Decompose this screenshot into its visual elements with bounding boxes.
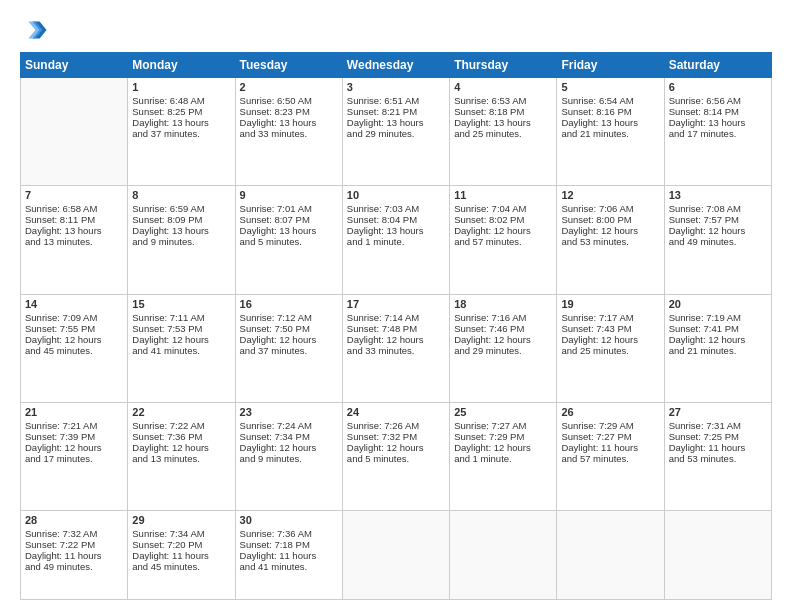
weekday-wednesday: Wednesday bbox=[342, 53, 449, 78]
day-info: Sunrise: 7:21 AM bbox=[25, 420, 123, 431]
day-info: and 37 minutes. bbox=[240, 345, 338, 356]
day-info: Sunrise: 6:58 AM bbox=[25, 203, 123, 214]
day-info: Daylight: 12 hours bbox=[132, 442, 230, 453]
day-number: 1 bbox=[132, 81, 230, 93]
calendar-cell: 16Sunrise: 7:12 AMSunset: 7:50 PMDayligh… bbox=[235, 294, 342, 402]
day-info: Daylight: 11 hours bbox=[240, 550, 338, 561]
calendar-cell bbox=[450, 511, 557, 600]
day-number: 20 bbox=[669, 298, 767, 310]
day-number: 22 bbox=[132, 406, 230, 418]
day-info: Sunset: 8:18 PM bbox=[454, 106, 552, 117]
day-info: Daylight: 13 hours bbox=[132, 225, 230, 236]
day-number: 12 bbox=[561, 189, 659, 201]
calendar-cell: 20Sunrise: 7:19 AMSunset: 7:41 PMDayligh… bbox=[664, 294, 771, 402]
day-info: Daylight: 13 hours bbox=[669, 117, 767, 128]
day-info: and 41 minutes. bbox=[132, 345, 230, 356]
calendar-cell: 17Sunrise: 7:14 AMSunset: 7:48 PMDayligh… bbox=[342, 294, 449, 402]
day-info: Daylight: 13 hours bbox=[25, 225, 123, 236]
day-info: Sunrise: 6:53 AM bbox=[454, 95, 552, 106]
day-info: Sunset: 7:43 PM bbox=[561, 323, 659, 334]
day-info: Sunrise: 7:08 AM bbox=[669, 203, 767, 214]
day-info: Daylight: 12 hours bbox=[454, 225, 552, 236]
day-info: Sunrise: 7:24 AM bbox=[240, 420, 338, 431]
day-info: Daylight: 11 hours bbox=[561, 442, 659, 453]
day-info: Sunrise: 6:51 AM bbox=[347, 95, 445, 106]
day-info: and 9 minutes. bbox=[132, 236, 230, 247]
day-number: 27 bbox=[669, 406, 767, 418]
day-info: Sunset: 8:02 PM bbox=[454, 214, 552, 225]
day-number: 16 bbox=[240, 298, 338, 310]
day-number: 19 bbox=[561, 298, 659, 310]
calendar-cell: 11Sunrise: 7:04 AMSunset: 8:02 PMDayligh… bbox=[450, 186, 557, 294]
day-info: Sunrise: 7:12 AM bbox=[240, 312, 338, 323]
day-number: 11 bbox=[454, 189, 552, 201]
day-info: Sunrise: 7:27 AM bbox=[454, 420, 552, 431]
day-info: and 53 minutes. bbox=[561, 236, 659, 247]
day-info: and 13 minutes. bbox=[25, 236, 123, 247]
calendar-cell bbox=[664, 511, 771, 600]
weekday-thursday: Thursday bbox=[450, 53, 557, 78]
day-info: and 25 minutes. bbox=[454, 128, 552, 139]
day-info: Sunrise: 7:36 AM bbox=[240, 528, 338, 539]
day-info: Daylight: 12 hours bbox=[454, 442, 552, 453]
day-info: Sunrise: 7:16 AM bbox=[454, 312, 552, 323]
calendar-cell: 10Sunrise: 7:03 AMSunset: 8:04 PMDayligh… bbox=[342, 186, 449, 294]
day-info: Sunset: 7:50 PM bbox=[240, 323, 338, 334]
day-info: and 5 minutes. bbox=[347, 453, 445, 464]
calendar-cell: 13Sunrise: 7:08 AMSunset: 7:57 PMDayligh… bbox=[664, 186, 771, 294]
day-info: Sunset: 7:18 PM bbox=[240, 539, 338, 550]
day-info: Sunset: 7:36 PM bbox=[132, 431, 230, 442]
day-info: Sunrise: 7:14 AM bbox=[347, 312, 445, 323]
calendar-cell bbox=[342, 511, 449, 600]
day-number: 10 bbox=[347, 189, 445, 201]
day-info: Sunrise: 7:19 AM bbox=[669, 312, 767, 323]
calendar-cell: 24Sunrise: 7:26 AMSunset: 7:32 PMDayligh… bbox=[342, 402, 449, 510]
day-info: Sunrise: 7:32 AM bbox=[25, 528, 123, 539]
day-info: and 33 minutes. bbox=[347, 345, 445, 356]
calendar-cell: 2Sunrise: 6:50 AMSunset: 8:23 PMDaylight… bbox=[235, 78, 342, 186]
calendar-row-0: 1Sunrise: 6:48 AMSunset: 8:25 PMDaylight… bbox=[21, 78, 772, 186]
day-info: Sunset: 7:22 PM bbox=[25, 539, 123, 550]
calendar-cell: 8Sunrise: 6:59 AMSunset: 8:09 PMDaylight… bbox=[128, 186, 235, 294]
calendar-cell: 6Sunrise: 6:56 AMSunset: 8:14 PMDaylight… bbox=[664, 78, 771, 186]
calendar-cell: 21Sunrise: 7:21 AMSunset: 7:39 PMDayligh… bbox=[21, 402, 128, 510]
calendar-cell bbox=[21, 78, 128, 186]
calendar-cell: 15Sunrise: 7:11 AMSunset: 7:53 PMDayligh… bbox=[128, 294, 235, 402]
weekday-tuesday: Tuesday bbox=[235, 53, 342, 78]
day-info: Daylight: 12 hours bbox=[561, 334, 659, 345]
day-info: Sunset: 8:00 PM bbox=[561, 214, 659, 225]
calendar-cell: 7Sunrise: 6:58 AMSunset: 8:11 PMDaylight… bbox=[21, 186, 128, 294]
day-info: Sunset: 7:55 PM bbox=[25, 323, 123, 334]
day-info: and 29 minutes. bbox=[454, 345, 552, 356]
day-info: Sunset: 8:23 PM bbox=[240, 106, 338, 117]
day-info: and 49 minutes. bbox=[25, 561, 123, 572]
day-number: 25 bbox=[454, 406, 552, 418]
page: SundayMondayTuesdayWednesdayThursdayFrid… bbox=[0, 0, 792, 612]
day-info: Sunrise: 6:48 AM bbox=[132, 95, 230, 106]
day-info: and 17 minutes. bbox=[669, 128, 767, 139]
day-number: 29 bbox=[132, 514, 230, 526]
day-info: and 33 minutes. bbox=[240, 128, 338, 139]
day-info: Sunrise: 6:54 AM bbox=[561, 95, 659, 106]
day-info: Sunrise: 6:50 AM bbox=[240, 95, 338, 106]
day-info: Sunset: 7:39 PM bbox=[25, 431, 123, 442]
day-info: Sunset: 8:11 PM bbox=[25, 214, 123, 225]
day-info: Sunset: 7:41 PM bbox=[669, 323, 767, 334]
weekday-sunday: Sunday bbox=[21, 53, 128, 78]
day-info: Daylight: 12 hours bbox=[454, 334, 552, 345]
calendar-row-2: 14Sunrise: 7:09 AMSunset: 7:55 PMDayligh… bbox=[21, 294, 772, 402]
day-info: Sunset: 7:46 PM bbox=[454, 323, 552, 334]
day-info: Sunrise: 7:09 AM bbox=[25, 312, 123, 323]
day-info: Daylight: 13 hours bbox=[240, 117, 338, 128]
day-info: Daylight: 13 hours bbox=[454, 117, 552, 128]
day-info: Sunrise: 7:31 AM bbox=[669, 420, 767, 431]
calendar-cell: 4Sunrise: 6:53 AMSunset: 8:18 PMDaylight… bbox=[450, 78, 557, 186]
day-info: Sunrise: 6:56 AM bbox=[669, 95, 767, 106]
day-info: Sunrise: 7:17 AM bbox=[561, 312, 659, 323]
day-info: Daylight: 12 hours bbox=[347, 334, 445, 345]
header bbox=[20, 16, 772, 44]
day-info: and 9 minutes. bbox=[240, 453, 338, 464]
day-info: and 5 minutes. bbox=[240, 236, 338, 247]
calendar-row-3: 21Sunrise: 7:21 AMSunset: 7:39 PMDayligh… bbox=[21, 402, 772, 510]
day-number: 5 bbox=[561, 81, 659, 93]
